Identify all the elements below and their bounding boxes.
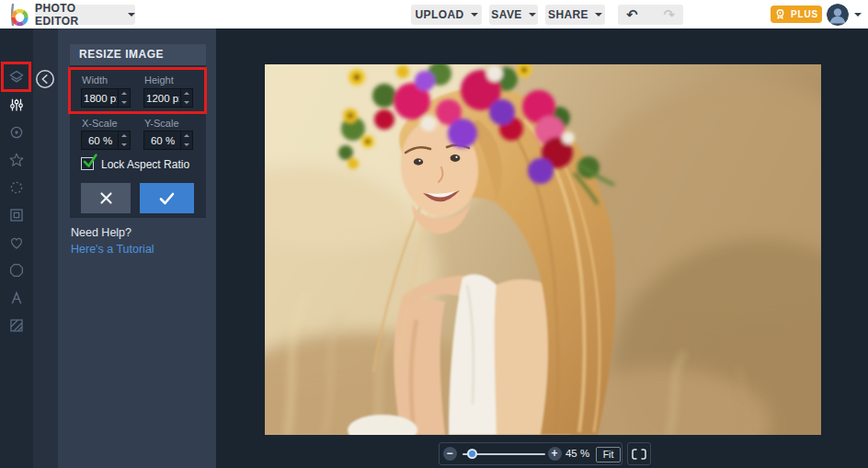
lock-aspect-label: Lock Aspect Ratio: [101, 158, 189, 171]
plus-upgrade-button[interactable]: PLUS: [771, 6, 822, 23]
zoom-slider-handle[interactable]: [467, 449, 477, 459]
check-icon: [159, 192, 175, 205]
xscale-field: [81, 131, 131, 150]
overlays-tool-icon[interactable]: [8, 262, 25, 279]
touchup-tool-icon[interactable]: [8, 124, 25, 141]
xscale-stepper[interactable]: [118, 131, 130, 149]
frames-tool-icon[interactable]: [8, 207, 25, 223]
check-icon: [83, 154, 97, 170]
chevron-down-icon: [471, 13, 478, 17]
artsy-tool-icon[interactable]: [8, 179, 25, 196]
help-heading: Need Help?: [71, 226, 131, 239]
app-menu-label: PHOTO EDITOR: [35, 2, 121, 28]
graphics-tool-icon[interactable]: [8, 234, 25, 251]
fullscreen-button[interactable]: [627, 442, 651, 465]
textures-tool-icon[interactable]: [8, 317, 25, 334]
chevron-down-icon: [595, 13, 602, 17]
width-stepper[interactable]: [118, 89, 130, 107]
app-menu-button[interactable]: PHOTO EDITOR: [35, 5, 135, 25]
befunky-logo-icon[interactable]: [7, 3, 29, 27]
fit-button[interactable]: Fit: [596, 447, 621, 462]
height-field: [143, 88, 193, 108]
xscale-label: X-Scale: [82, 118, 118, 129]
user-avatar[interactable]: [827, 4, 849, 26]
redo-icon[interactable]: ↷: [663, 8, 675, 22]
back-button[interactable]: [35, 69, 55, 89]
undo-icon[interactable]: ↶: [626, 8, 638, 22]
panel-back-strip: [33, 29, 58, 468]
yscale-label: Y-Scale: [144, 118, 179, 129]
tutorial-link[interactable]: Here's a Tutorial: [71, 243, 154, 256]
height-stepper[interactable]: [180, 89, 192, 107]
yscale-stepper[interactable]: [180, 131, 192, 149]
working-image[interactable]: [265, 64, 821, 435]
share-button[interactable]: SHARE: [545, 5, 605, 25]
width-label: Width: [82, 74, 108, 86]
save-label: SAVE: [491, 8, 521, 21]
height-label: Height: [144, 74, 174, 86]
effects-tool-icon[interactable]: [8, 152, 25, 168]
top-bar: PHOTO EDITOR UPLOAD SAVE SHARE ↶ ↷ PLUS: [0, 0, 868, 29]
share-label: SHARE: [548, 8, 588, 21]
x-icon: [99, 191, 113, 205]
cancel-button[interactable]: [81, 183, 131, 213]
chevron-down-icon: [128, 13, 135, 17]
plus-label: PLUS: [791, 9, 818, 19]
undo-redo-group: ↶ ↷: [618, 5, 683, 25]
zoom-percent-value: 45 %: [562, 448, 593, 459]
adjust-tool-icon[interactable]: [8, 97, 25, 113]
account-chevron-down-icon[interactable]: [854, 13, 862, 17]
lock-aspect-checkbox[interactable]: [81, 157, 94, 170]
apply-button[interactable]: [140, 183, 194, 213]
upload-label: UPLOAD: [415, 8, 463, 21]
resize-panel-title: RESIZE IMAGE: [70, 44, 206, 65]
chevron-down-icon: [529, 13, 536, 17]
tools-sidebar: [0, 29, 33, 468]
zoom-controls: − + 45 % Fit: [439, 442, 622, 465]
yscale-field: [143, 131, 193, 150]
photo-editor-app: PHOTO EDITOR UPLOAD SAVE SHARE ↶ ↷ PLUS: [0, 0, 868, 468]
fit-screen-icon: [632, 449, 646, 460]
width-field: [81, 88, 131, 108]
save-button[interactable]: SAVE: [489, 5, 538, 25]
text-tool-icon[interactable]: [8, 290, 25, 306]
zoom-out-button[interactable]: −: [443, 447, 457, 461]
layers-tool-icon[interactable]: [8, 69, 25, 86]
resize-panel-card: Width Height X-Scale Y-Scale: [70, 65, 206, 218]
medal-icon: [774, 8, 786, 20]
zoom-in-button[interactable]: +: [548, 447, 562, 461]
upload-button[interactable]: UPLOAD: [411, 5, 482, 25]
